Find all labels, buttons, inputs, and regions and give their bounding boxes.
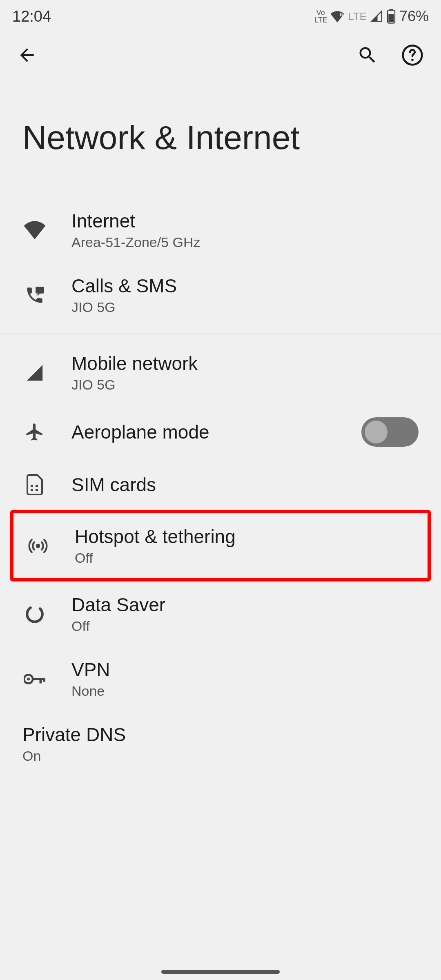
- search-icon: [357, 45, 378, 66]
- status-time: 12:04: [12, 8, 51, 25]
- airplane-icon: [22, 420, 47, 444]
- arrow-back-icon: [17, 45, 37, 65]
- setting-private-dns[interactable]: Private DNS On: [0, 711, 441, 776]
- battery-icon: [386, 9, 396, 24]
- settings-list: Internet Area-51-Zone/5 GHz Calls & SMS …: [0, 189, 441, 776]
- toggle-knob: [365, 421, 388, 443]
- svg-point-14: [27, 677, 30, 680]
- svg-rect-9: [31, 489, 33, 491]
- setting-title: Data Saver: [71, 594, 419, 616]
- setting-internet[interactable]: Internet Area-51-Zone/5 GHz: [0, 198, 441, 263]
- page-title: Network & Internet: [0, 78, 441, 189]
- svg-rect-16: [40, 678, 42, 684]
- back-button[interactable]: [12, 40, 42, 70]
- svg-text:6: 6: [340, 11, 343, 18]
- battery-percent: 76%: [399, 8, 429, 25]
- setting-title: Hotspot & tethering: [75, 526, 415, 548]
- setting-subtitle: On: [22, 748, 419, 764]
- svg-point-5: [411, 59, 414, 61]
- setting-data-saver[interactable]: Data Saver Off: [0, 581, 441, 646]
- setting-calls-sms[interactable]: Calls & SMS JIO 5G: [0, 263, 441, 327]
- setting-title: Internet: [71, 210, 419, 232]
- svg-point-11: [36, 543, 40, 548]
- setting-sim-cards[interactable]: SIM cards: [0, 459, 441, 510]
- volte-indicator: Vo LTE: [314, 9, 327, 24]
- help-icon: [401, 44, 424, 67]
- svg-rect-8: [36, 485, 38, 487]
- setting-subtitle: JIO 5G: [71, 377, 419, 393]
- signal-icon: [22, 361, 47, 385]
- setting-mobile-network[interactable]: Mobile network JIO 5G: [0, 340, 441, 405]
- status-bar: 12:04 Vo LTE 6 LTE 76%: [0, 0, 441, 33]
- signal-icon: [370, 10, 383, 22]
- setting-title: VPN: [71, 659, 419, 681]
- svg-point-12: [24, 604, 45, 624]
- data-saver-icon: [22, 602, 47, 626]
- wifi-icon: 6: [330, 10, 345, 22]
- help-button[interactable]: [396, 39, 429, 71]
- app-bar: [0, 33, 441, 78]
- divider: [0, 334, 441, 334]
- setting-subtitle: Off: [75, 550, 415, 566]
- wifi-icon: [22, 218, 47, 243]
- setting-subtitle: None: [71, 683, 419, 699]
- lte-indicator: LTE: [348, 10, 367, 23]
- svg-rect-10: [36, 489, 38, 491]
- aeroplane-toggle[interactable]: [361, 417, 419, 447]
- setting-subtitle: JIO 5G: [71, 299, 419, 315]
- setting-vpn[interactable]: VPN None: [0, 646, 441, 711]
- status-icons: Vo LTE 6 LTE 76%: [314, 8, 429, 25]
- svg-rect-6: [36, 287, 44, 294]
- search-button[interactable]: [351, 39, 384, 71]
- gesture-bar[interactable]: [161, 970, 280, 974]
- sim-icon: [22, 472, 47, 497]
- setting-subtitle: Off: [71, 618, 419, 634]
- svg-rect-17: [43, 678, 45, 682]
- setting-aeroplane-mode[interactable]: Aeroplane mode: [0, 405, 441, 459]
- setting-title: SIM cards: [71, 474, 419, 496]
- setting-title: Mobile network: [71, 352, 419, 374]
- setting-subtitle: Area-51-Zone/5 GHz: [71, 234, 419, 250]
- vpn-key-icon: [22, 667, 47, 691]
- svg-rect-3: [388, 14, 394, 22]
- setting-title: Private DNS: [22, 724, 419, 746]
- setting-title: Aeroplane mode: [71, 421, 361, 443]
- phone-message-icon: [22, 283, 47, 307]
- svg-rect-7: [31, 485, 33, 487]
- setting-title: Calls & SMS: [71, 275, 419, 297]
- setting-hotspot-tethering[interactable]: Hotspot & tethering Off: [10, 510, 431, 581]
- hotspot-icon: [26, 534, 50, 558]
